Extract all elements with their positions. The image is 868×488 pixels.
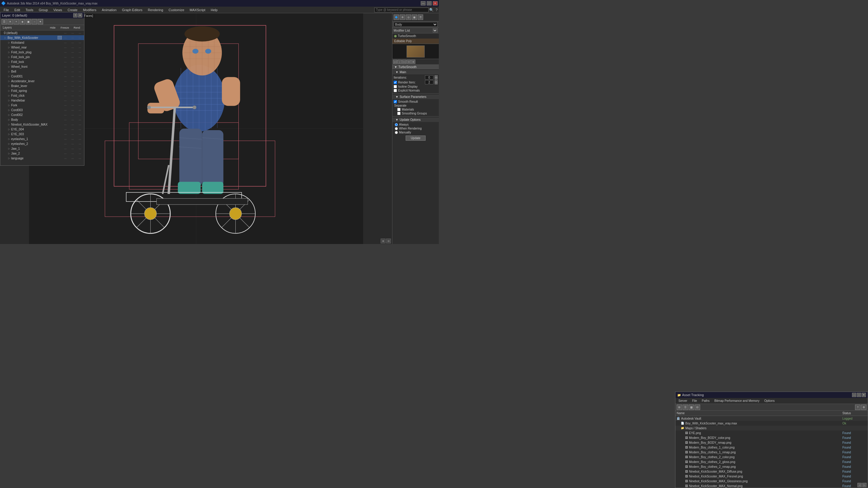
menu-maxscript[interactable]: MAXScript xyxy=(187,7,208,12)
menu-graph-editors[interactable]: Graph Editors xyxy=(120,7,145,12)
menu-views[interactable]: Views xyxy=(51,7,64,12)
layers-close-btn[interactable]: ✕ xyxy=(78,13,82,18)
modifier-dot-1 xyxy=(394,35,397,37)
riter-down[interactable]: ▼ xyxy=(435,82,438,84)
layers-help-btn[interactable]: ? xyxy=(73,13,78,18)
smoothing-groups-check[interactable] xyxy=(397,112,401,115)
menu-edit[interactable]: Edit xyxy=(12,7,23,12)
menu-animation[interactable]: Animation xyxy=(99,7,119,12)
layer-item[interactable]: ▷ Boy_With_KickScooter — — — xyxy=(0,35,84,40)
layer-item[interactable]: ▷ Brake_lever — — — xyxy=(0,84,84,88)
svg-point-31 xyxy=(184,26,220,41)
rp-icon-2[interactable]: ⚙ xyxy=(400,14,405,20)
menu-group[interactable]: Group xyxy=(36,7,50,12)
maximize-button[interactable]: □ xyxy=(427,1,432,5)
turbosmooth-header[interactable]: ▼ TurboSmooth xyxy=(393,65,439,69)
explicit-normals-check[interactable] xyxy=(394,89,397,92)
iter-up[interactable]: ▲ xyxy=(435,75,438,77)
rp-icon-4[interactable]: ▦ xyxy=(412,14,417,20)
layer-item[interactable]: ▷ eyelashes_2 — — — xyxy=(0,141,84,146)
smooth-result-check[interactable] xyxy=(394,100,397,103)
ts-btn-1[interactable]: |◁ xyxy=(393,60,397,64)
layer-item[interactable]: ▷ Bell — — — xyxy=(0,69,84,74)
layers-tb-1[interactable]: ☰ xyxy=(1,19,7,24)
layers-column-header: Layers Hide Freeze Rend xyxy=(0,25,84,30)
layer-item[interactable]: ▷ Fold_click — — — xyxy=(0,93,84,98)
layer-item[interactable]: ▷ Fold_spring — — — xyxy=(0,88,84,93)
menu-rendering[interactable]: Rendering xyxy=(146,7,166,12)
layer-item[interactable]: ▷ Fork — — — xyxy=(0,103,84,107)
layer-item[interactable]: ▷ Accelerator_lever — — — xyxy=(0,78,84,84)
menu-create[interactable]: Create xyxy=(65,7,80,12)
layers-col-render: Rend xyxy=(71,26,83,29)
layers-tb-5[interactable]: ▣ xyxy=(26,19,31,24)
viewport-btn-2[interactable]: ⊟ xyxy=(386,238,391,243)
layer-item[interactable]: ▷ Body — — — xyxy=(0,117,84,122)
layers-tb-3[interactable]: + xyxy=(13,19,19,24)
modifier-name-turbosmooth: TurboSmooth xyxy=(398,34,416,38)
body-select[interactable]: Body xyxy=(394,22,438,27)
render-iters-input[interactable] xyxy=(425,80,433,84)
layers-tb-7[interactable]: ✦ xyxy=(38,19,43,24)
layer-item[interactable]: ▷ Fold_lock_pin — — — xyxy=(0,55,84,59)
update-options-header[interactable]: ▼ Update Options xyxy=(393,118,439,122)
title-bar: 🔷 Autodesk 3ds Max 2014 x64 Boy_With_Kic… xyxy=(0,0,439,7)
rp-icon-5[interactable]: ☰ xyxy=(418,14,423,20)
layers-tb-2[interactable]: ✕ xyxy=(7,19,13,24)
layers-tb-4[interactable]: ◈ xyxy=(20,19,25,24)
modifier-turbosmooth[interactable]: TurboSmooth xyxy=(393,33,439,38)
modifier-editable-poly[interactable]: Editable Poly xyxy=(393,38,439,44)
manually-radio[interactable] xyxy=(395,131,398,134)
rp-icon-1[interactable]: 🔷 xyxy=(394,14,399,20)
ts-btn-5[interactable]: ⊞ xyxy=(411,60,415,64)
materials-check[interactable] xyxy=(397,108,401,111)
layers-toolbar: ☰ ✕ + ◈ ▣ → ✦ xyxy=(0,19,84,25)
layer-item[interactable]: ▷ Cord002 — — — xyxy=(0,112,84,117)
search-icon: 🔍 xyxy=(429,8,434,12)
manually-label: Manually xyxy=(399,131,411,134)
minimize-button[interactable]: — xyxy=(421,1,426,5)
isoline-check[interactable] xyxy=(394,85,397,88)
ts-btn-3[interactable]: ▷| xyxy=(402,60,406,64)
rp-icon-3[interactable]: ◎ xyxy=(406,14,411,20)
layer-item[interactable]: ▷ language — — — xyxy=(0,156,84,160)
ts-btn-2[interactable]: | xyxy=(398,60,402,64)
iterations-input[interactable] xyxy=(425,75,433,79)
modifier-dropdown[interactable] xyxy=(433,28,438,33)
search-input[interactable] xyxy=(374,7,429,12)
update-button[interactable]: Update xyxy=(406,135,426,141)
always-radio[interactable] xyxy=(395,123,398,126)
layer-item[interactable]: ▷ Cord003 — — — xyxy=(0,107,84,112)
render-iters-check[interactable] xyxy=(394,81,397,84)
help-icon[interactable]: ? xyxy=(435,8,438,12)
menu-help[interactable]: Help xyxy=(208,7,220,12)
layer-item[interactable]: ▷ EYE_004 — — — xyxy=(0,127,84,132)
layer-item[interactable]: ▷ Ninebot_KickScooter_MAX — — — xyxy=(0,122,84,127)
main-subsection-header[interactable]: ▼ Main xyxy=(393,70,439,74)
layer-item[interactable]: ▷ Jaw_2 — — — xyxy=(0,151,84,156)
viewport-btn-1[interactable]: ⊞ xyxy=(381,238,385,243)
iter-down[interactable]: ▼ xyxy=(435,77,438,79)
layer-item[interactable]: ▷ Wheel_front — — — xyxy=(0,64,84,69)
layer-item[interactable]: ▷ Wheel_rear — — — xyxy=(0,45,84,50)
layers-col-hide: Hide xyxy=(47,26,59,29)
riter-up[interactable]: ▲ xyxy=(435,80,438,82)
ts-btn-4[interactable]: ⊡ xyxy=(407,60,411,64)
layer-item[interactable]: ▷ EYE_003 — — — xyxy=(0,132,84,136)
menu-customize[interactable]: Customize xyxy=(166,7,187,12)
when-rendering-radio[interactable] xyxy=(395,127,398,130)
layer-item[interactable]: ▷ Jaw_1 — — — xyxy=(0,146,84,151)
menu-modifiers[interactable]: Modifiers xyxy=(81,7,99,12)
layers-tb-6[interactable]: → xyxy=(32,19,37,24)
layer-item[interactable]: ▷ Fold_lock — — — xyxy=(0,59,84,64)
menu-tools[interactable]: Tools xyxy=(23,7,36,12)
layer-item[interactable]: ▷ eyelashes_1 — — — xyxy=(0,136,84,141)
layer-item[interactable]: ▷ Handlebar — — — xyxy=(0,98,84,103)
close-button[interactable]: ✕ xyxy=(433,1,438,5)
surface-params-header[interactable]: ▼ Surface Parameters xyxy=(393,95,439,99)
layer-item[interactable]: ▷ Fold_lock_plug — — — xyxy=(0,50,84,55)
menu-file[interactable]: File xyxy=(1,7,11,12)
layer-item[interactable]: ▷ Cord001 — — — xyxy=(0,74,84,78)
layer-item[interactable]: ▷ Kickstand — — — xyxy=(0,40,84,45)
layer-item[interactable]: 0 (default) — — — xyxy=(0,30,84,35)
